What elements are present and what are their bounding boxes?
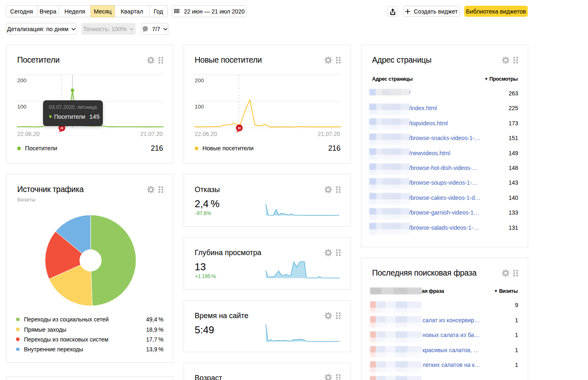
svg-text:100: 100 <box>17 104 27 110</box>
svg-text:200: 200 <box>17 77 27 84</box>
svg-text:Н: Н <box>61 126 64 130</box>
svg-text:100: 100 <box>195 104 204 110</box>
svg-text:200: 200 <box>195 77 204 84</box>
svg-text:Н: Н <box>238 126 241 130</box>
